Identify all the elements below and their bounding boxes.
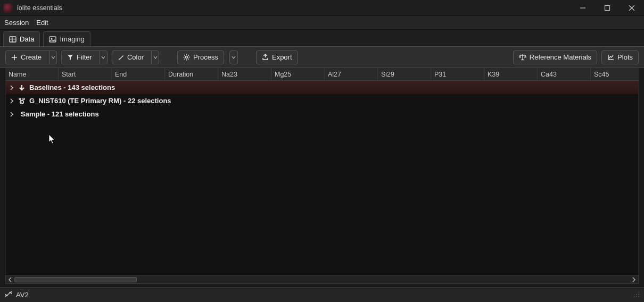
menu-bar: Session Edit [0,16,644,30]
svg-line-18 [188,55,188,55]
status-left-label: AV2 [16,291,29,299]
plus-icon [11,54,18,61]
color-label: Color [127,53,144,61]
process-button[interactable]: Process [177,51,224,64]
minimize-button[interactable] [571,0,595,16]
column-header[interactable]: K39 [484,68,538,80]
svg-point-36 [638,296,639,297]
export-label: Export [272,53,292,61]
process-button-group: Process [177,51,238,64]
svg-point-32 [636,294,637,295]
scroll-right-button[interactable] [630,276,638,283]
svg-point-8 [51,38,53,39]
resize-grip-icon[interactable] [632,290,640,299]
menu-edit[interactable]: Edit [36,19,48,27]
scroll-left-button[interactable] [6,276,14,283]
chevron-right-icon[interactable] [9,85,14,90]
svg-point-35 [636,296,637,297]
tab-imaging[interactable]: Imaging [43,31,90,46]
brush-icon [118,54,124,61]
export-button[interactable]: Export [256,51,298,64]
svg-point-31 [638,292,639,293]
gear-icon [183,54,190,61]
chart-icon [607,54,614,61]
group-nist610-label: G_NIST610 (TE Primary RM) - 22 selection… [29,97,171,105]
scroll-track[interactable] [14,276,630,283]
filter-label: Filter [77,53,92,61]
reference-materials-button[interactable]: Reference Materials [513,51,597,64]
column-header[interactable]: End [112,68,165,80]
app-icon [3,3,13,13]
column-header[interactable]: Si29 [378,68,431,80]
create-dropdown[interactable] [49,51,56,64]
window-controls [571,0,644,16]
image-icon [49,36,56,43]
down-arrow-icon [18,83,26,92]
group-sample-label: Sample - 121 selections [21,110,99,118]
svg-line-19 [184,58,185,59]
column-header[interactable]: P31 [431,68,484,80]
tab-data-label: Data [20,35,34,43]
process-dropdown[interactable] [229,51,238,64]
plots-button[interactable]: Plots [601,51,639,64]
svg-line-16 [184,55,185,55]
export-icon [262,54,269,61]
group-nist610[interactable]: G_NIST610 (TE Primary RM) - 22 selection… [6,94,638,107]
group-sample[interactable]: Sample - 121 selections [6,107,638,121]
color-dropdown[interactable] [151,51,159,64]
toolbar: Create Filter Color [0,47,644,68]
color-button[interactable]: Color [112,51,159,64]
column-header[interactable]: Al27 [325,68,378,80]
table-icon [9,36,16,43]
horizontal-scrollbar[interactable] [5,275,639,284]
svg-point-33 [638,294,639,295]
create-label: Create [21,53,42,61]
window-title: iolite essentials [17,4,62,12]
funnel-icon [67,54,73,61]
column-header[interactable]: Ca43 [538,68,591,80]
column-header[interactable]: Name [5,68,59,80]
column-header[interactable]: Sc45 [591,68,631,80]
chevron-right-icon[interactable] [9,112,14,117]
create-button[interactable]: Create [5,51,57,64]
group-baselines-label: Baselines - 143 selections [29,83,115,91]
tree-area[interactable]: Baselines - 143 selections G_NIST610 (TE… [5,81,639,275]
column-header[interactable]: Start [59,68,112,80]
scale-icon [519,54,526,61]
link-off-icon [4,290,13,299]
tab-data[interactable]: Data [3,31,40,46]
process-label: Process [193,53,218,61]
svg-point-11 [186,56,188,58]
column-header[interactable]: Mg25 [271,68,325,80]
column-headers: NameStartEndDurationNa23Mg25Al27Si29P31K… [5,68,639,81]
cursor-icon [48,134,56,145]
chevron-right-icon[interactable] [9,98,14,104]
reference-materials-label: Reference Materials [530,53,591,61]
title-bar: iolite essentials [0,0,644,16]
svg-point-26 [19,98,21,99]
plots-label: Plots [617,53,633,61]
column-header[interactable]: Duration [165,68,218,80]
group-baselines[interactable]: Baselines - 143 selections [6,81,638,94]
menu-session[interactable]: Session [4,19,29,27]
tab-imaging-label: Imaging [60,35,84,43]
filter-button[interactable]: Filter [61,51,108,64]
close-button[interactable] [620,0,644,16]
svg-line-17 [188,58,188,59]
scroll-thumb[interactable] [14,277,137,282]
maximize-button[interactable] [595,0,620,16]
svg-point-34 [634,296,635,297]
tab-strip: Data Imaging [0,30,644,47]
svg-point-25 [21,102,22,103]
column-header[interactable]: Na23 [218,68,271,80]
target-icon [18,97,26,105]
svg-rect-7 [49,37,56,42]
svg-point-27 [23,98,24,99]
status-bar: AV2 [0,287,644,302]
svg-rect-1 [605,5,610,10]
filter-dropdown[interactable] [100,51,107,64]
